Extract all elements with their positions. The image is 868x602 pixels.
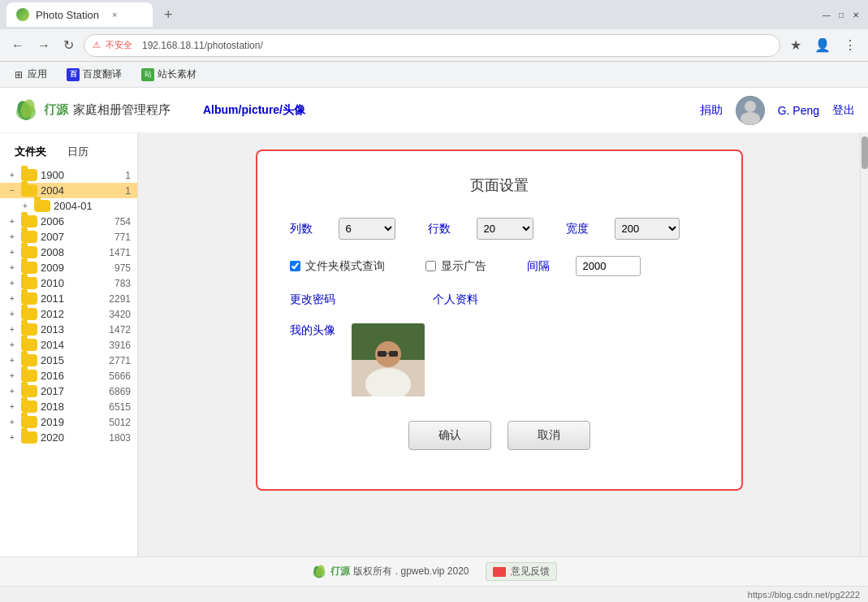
user-avatar	[736, 96, 765, 125]
folder-toggle-2015[interactable]: +	[6, 355, 18, 366]
folder-toggle-2019[interactable]: +	[6, 417, 18, 428]
folder-icon-2012	[21, 308, 37, 320]
bookmark-baidu-translate[interactable]: 百 百度翻译	[62, 66, 127, 83]
folder-name-2009: 2009	[41, 262, 111, 274]
folder-toggle-2007[interactable]: +	[6, 232, 18, 243]
folder-toggle-2006[interactable]: +	[6, 216, 18, 227]
show-ads-checkbox[interactable]	[425, 261, 436, 271]
new-tab-button[interactable]: +	[159, 6, 178, 24]
sidebar-tab-folder[interactable]: 文件夹	[8, 143, 53, 161]
maximize-button[interactable]: □	[836, 9, 847, 20]
folder-toggle-2018[interactable]: +	[6, 401, 18, 413]
width-label: 宽度	[566, 222, 598, 236]
folder-item-2010[interactable]: + 2010 783	[0, 275, 137, 291]
breadcrumb[interactable]: Album/picture/头像	[203, 103, 305, 118]
svg-point-5	[741, 112, 760, 125]
folder-count-2007: 771	[114, 232, 131, 243]
my-avatar-label[interactable]: 我的头像	[290, 323, 335, 338]
folder-item-2013[interactable]: + 2013 1472	[0, 322, 137, 337]
change-password-link[interactable]: 更改密码	[290, 292, 335, 307]
folder-item-2016[interactable]: + 2016 5666	[0, 368, 137, 383]
folder-item-2017[interactable]: + 2017 6869	[0, 383, 137, 399]
footer-copyright: 版权所有 . gpweb.vip 2020	[353, 565, 469, 578]
columns-select[interactable]: 6 4 5 7 8	[339, 218, 395, 240]
folder-item-2006[interactable]: + 2006 754	[0, 214, 137, 229]
folder-count-2008: 1471	[109, 247, 131, 258]
folder-item-2011[interactable]: + 2011 2291	[0, 291, 137, 306]
folder-item-2015[interactable]: + 2015 2771	[0, 353, 137, 368]
bookmark-apps[interactable]: ⊞ 应用	[8, 66, 52, 83]
folder-count-2015: 2771	[109, 355, 131, 366]
feedback-label: 意见反馈	[511, 565, 550, 578]
bookmark-button[interactable]: ★	[787, 34, 805, 56]
folder-count-1900: 1	[125, 170, 131, 181]
site-material-icon: 站	[141, 68, 154, 81]
forward-button[interactable]: →	[34, 35, 54, 56]
show-ads-label[interactable]: 显示广告	[441, 259, 486, 274]
folder-toggle-2013[interactable]: +	[6, 324, 18, 336]
folder-toggle-2004[interactable]: −	[6, 185, 18, 197]
rows-label: 行数	[428, 222, 460, 236]
folder-toggle-2014[interactable]: +	[6, 340, 18, 351]
menu-button[interactable]: ⋮	[840, 34, 860, 56]
folder-toggle-2009[interactable]: +	[6, 262, 18, 274]
folder-item-2018[interactable]: + 2018 6515	[0, 399, 137, 414]
folder-name-2013: 2013	[41, 323, 106, 336]
rows-select[interactable]: 20 10 15 25 30	[477, 218, 533, 240]
folder-item-2004-01[interactable]: + 2004-01	[0, 198, 137, 214]
folder-mode-checkbox[interactable]	[290, 261, 300, 271]
folder-name-2004-01: 2004-01	[54, 200, 131, 212]
folder-toggle-2017[interactable]: +	[6, 386, 18, 397]
folder-item-2009[interactable]: + 2009 975	[0, 260, 137, 275]
profile-button[interactable]: 👤	[811, 34, 834, 56]
folder-icon-2009	[21, 262, 37, 274]
folder-count-2017: 6869	[109, 386, 131, 397]
width-select[interactable]: 200 150 250 300	[615, 218, 680, 240]
folder-item-2020[interactable]: + 2020 1803	[0, 430, 137, 445]
back-button[interactable]: ←	[8, 35, 28, 56]
feedback-button[interactable]: 意见反馈	[486, 562, 557, 581]
folder-item-2004[interactable]: − 2004 1	[0, 183, 137, 198]
folder-toggle-2004-01[interactable]: +	[19, 201, 31, 212]
folder-item-2007[interactable]: + 2007 771	[0, 229, 137, 245]
folder-toggle-2012[interactable]: +	[6, 309, 18, 320]
active-tab[interactable]: Photo Station ×	[6, 2, 153, 27]
settings-row-2: 文件夹模式查询 显示广告 间隔	[290, 256, 709, 276]
cancel-button[interactable]: 取消	[507, 421, 590, 450]
folder-item-2014[interactable]: + 2014 3916	[0, 337, 137, 353]
sidebar-tab-calendar[interactable]: 日历	[61, 143, 95, 161]
folder-item-2008[interactable]: + 2008 1471	[0, 245, 137, 260]
tab-close-button[interactable]: ×	[112, 10, 117, 19]
folder-toggle-2020[interactable]: +	[6, 432, 18, 444]
folder-toggle-1900[interactable]: +	[6, 170, 18, 181]
folder-mode-label[interactable]: 文件夹模式查询	[305, 259, 385, 274]
logout-link[interactable]: 登出	[832, 103, 855, 118]
folder-icon-2010	[21, 277, 37, 289]
folder-toggle-2010[interactable]: +	[6, 278, 18, 289]
folder-item-1900[interactable]: + 1900 1	[0, 167, 137, 183]
user-name[interactable]: G. Peng	[778, 104, 819, 117]
dialog-buttons: 确认 取消	[290, 421, 709, 450]
apps-icon: ⊞	[13, 69, 24, 80]
confirm-button[interactable]: 确认	[408, 421, 491, 450]
folder-icon-2017	[21, 385, 37, 397]
folder-toggle-2011[interactable]: +	[6, 293, 18, 305]
folder-toggle-2016[interactable]: +	[6, 370, 18, 382]
folder-name-2008: 2008	[41, 246, 106, 258]
address-input-wrap[interactable]: ⚠ 不安全 192.168.18.11/photostation/	[84, 34, 780, 57]
folder-item-2019[interactable]: + 2019 5012	[0, 414, 137, 430]
interval-input[interactable]	[576, 256, 641, 276]
bookmark-site-material[interactable]: 站 站长素材	[136, 66, 201, 83]
close-button[interactable]: ✕	[850, 9, 862, 20]
folder-toggle-2008[interactable]: +	[6, 247, 18, 258]
scrollbar-track[interactable]	[860, 133, 868, 557]
minimize-button[interactable]: —	[821, 9, 832, 20]
status-bar: https://blog.csdn.net/pg2222	[0, 586, 868, 602]
scrollbar-thumb[interactable]	[862, 136, 868, 169]
avatar-image[interactable]	[352, 323, 425, 396]
profile-link[interactable]: 个人资料	[433, 292, 478, 307]
settings-row-1: 列数 6 4 5 7 8 行数 20 10 15	[290, 218, 709, 240]
refresh-button[interactable]: ↻	[60, 34, 77, 56]
folder-item-2012[interactable]: + 2012 3420	[0, 306, 137, 322]
donate-link[interactable]: 捐助	[700, 103, 723, 118]
